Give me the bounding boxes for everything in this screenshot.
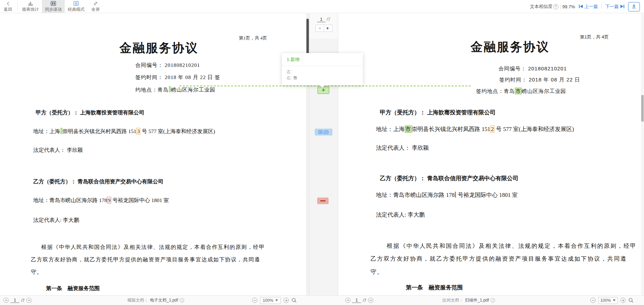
diff-pager: 1 /7	[309, 14, 338, 38]
classic-mode-button[interactable]: 经典模式	[65, 0, 88, 13]
fullscreen-button[interactable]: 全屏	[88, 0, 104, 13]
modified-text-highlight[interactable]: 2	[490, 125, 494, 133]
similarity-value: 99.7%	[562, 4, 575, 9]
right-address-b: 地址：青岛市崂山区海尔路 178 号裕龙国际中心 1801 室	[376, 191, 518, 199]
right-address-b-post: 号裕龙国际中心 1801 室	[456, 192, 518, 198]
right-page-input[interactable]: 1	[352, 298, 361, 303]
modify-icon	[319, 130, 322, 134]
left-page-nav: 1 /7	[3, 296, 32, 305]
left-address-a: 地址：上海崇明县长兴镇北兴村凤西路 1513 号 577 室(上海泰和经济发展区…	[33, 128, 215, 135]
zoom-in-button[interactable]	[620, 298, 626, 303]
next-doc-button[interactable]: 下一篇	[605, 3, 625, 10]
download-button[interactable]	[628, 2, 640, 11]
tooltip-left-label: 左:	[287, 69, 292, 74]
chart-stats-label: 图表统计	[22, 7, 39, 12]
search-icon[interactable]	[628, 298, 634, 303]
right-pane-scrollbar-thumb[interactable]	[641, 95, 644, 122]
prev-doc-label: 上一篇	[584, 3, 598, 10]
next-doc-label: 下一篇	[605, 3, 619, 10]
insert-diff-marker[interactable]: +	[317, 87, 329, 94]
left-paragraph-line3: 守。	[31, 269, 43, 276]
left-party-a: 甲方（受托方）： 上海歆骞投资管理有限公司	[36, 109, 144, 116]
search-icon[interactable]	[292, 298, 297, 303]
page-down-button[interactable]	[368, 298, 373, 303]
toolbar-right-group: 文本相似度 ? : 99.7% 上一篇 下一篇	[530, 0, 640, 13]
skip-next-icon	[620, 4, 625, 9]
diff-connector-line	[179, 86, 471, 86]
zoom-out-button[interactable]	[252, 298, 257, 303]
zoom-level-value: 100%	[600, 298, 611, 303]
left-sign-time: 签约时间： 2018 年 08 月 22 日 签	[135, 74, 220, 81]
modify-count: (2)	[323, 130, 329, 134]
classic-mode-label: 经典模式	[68, 7, 84, 12]
diff-prev-button[interactable]	[315, 25, 324, 32]
bar-chart-icon	[28, 1, 33, 6]
page-up-button[interactable]	[3, 298, 9, 303]
left-legal-rep-b: 法定代表人: 李大鹏	[33, 217, 79, 224]
right-zoom-controls: 100%	[590, 296, 634, 305]
triangle-right-icon	[327, 27, 329, 30]
compare-workspace: 第1页，共 4页 金融服务协议 合同编号： 201808210201 签约时间：…	[0, 14, 644, 295]
diff-tooltip-title: 1.新增	[282, 53, 363, 66]
right-address-a-post: 号 577 室(上海泰和经济发展区)	[494, 126, 574, 132]
insert-point-marker[interactable]	[61, 128, 62, 134]
insert-point-marker[interactable]	[169, 86, 171, 92]
deleted-text-highlight[interactable]: 9	[107, 197, 111, 203]
left-page-input[interactable]: 1	[10, 298, 19, 303]
left-sign-place-post: 崂山区海尔工业园	[171, 87, 215, 93]
modified-text-highlight[interactable]: 3	[136, 128, 141, 134]
compare-doc-name: 扫描件_1.pdf	[465, 297, 489, 303]
page-down-button[interactable]	[26, 298, 32, 303]
sync-scroll-button[interactable]: 同步滚动	[42, 0, 65, 13]
back-button[interactable]: 返回	[0, 0, 16, 13]
prev-doc-button[interactable]: 上一篇	[579, 3, 598, 10]
left-paragraph-line1: 根据《中华人民共和国合同法》及相关法律、法规的规定，本着合作互利的原则，经甲	[41, 244, 265, 251]
zoom-level-select[interactable]: 100%	[598, 297, 618, 304]
left-address-a-post: 号 577 室(上海泰和经济发展区)	[140, 128, 215, 134]
right-paragraph-line2: 乙方双方友好协商，就乙方委托甲方提供的融资资产项目服务事宜达成如下协议，共同遵	[370, 255, 627, 263]
chart-stats-button[interactable]: 图表统计	[19, 0, 42, 13]
status-bar: 1 /7 模版文档： 电子文档_1.pdf i 100% 1 /7	[0, 295, 644, 305]
skip-prev-icon	[579, 4, 583, 9]
diff-next-button[interactable]	[324, 25, 332, 32]
left-zoom-controls: 100%	[252, 296, 297, 305]
left-address-b-pre: 地址：青岛市崂山区海尔路 178	[33, 197, 107, 203]
delete-diff-marker[interactable]	[317, 198, 329, 204]
plus-icon	[622, 299, 625, 302]
right-party-a: 甲方（受托方）： 上海歆骞投资管理有限公司	[380, 109, 495, 116]
right-sign-time: 签约时间： 2018 年 08 月 22 日	[499, 77, 580, 83]
right-pane-scrollbar[interactable]	[641, 14, 644, 295]
chevron-down-icon	[28, 299, 30, 301]
info-icon[interactable]: i	[491, 298, 495, 303]
tooltip-right-value: 市	[293, 76, 297, 80]
similarity-separator: :	[560, 4, 562, 9]
right-legal-rep-b: 法定代表人: 李大鹏	[376, 211, 425, 219]
right-sign-place-post: 崂山区海尔工业园	[522, 88, 566, 94]
help-icon[interactable]: ?	[553, 4, 558, 9]
right-paragraph-line3: 守。	[370, 268, 384, 276]
zoom-level-select[interactable]: 100%	[260, 297, 281, 304]
right-address-a-mid: 崇明县长兴镇北兴村凤西路 151	[412, 126, 490, 132]
inserted-text-highlight[interactable]: 市	[405, 125, 412, 133]
info-icon[interactable]: i	[180, 298, 184, 303]
left-address-a-pre: 地址：上海	[33, 128, 60, 134]
right-page-header: 第1页，共 4页	[580, 34, 609, 40]
left-sign-place: 约地点：青岛崂山区海尔工业园	[135, 86, 215, 93]
template-doc-label: 模版文档：	[127, 297, 148, 303]
chevron-up-icon	[5, 299, 8, 301]
fullscreen-label: 全屏	[91, 7, 100, 12]
diff-page-input[interactable]: 1	[317, 17, 325, 22]
modify-diff-marker[interactable]: (2)	[315, 129, 332, 136]
left-contract-no: 合同编号： 201808210201	[135, 62, 200, 69]
fullscreen-icon	[93, 1, 98, 6]
delete-point-marker[interactable]	[455, 192, 456, 198]
page-up-button[interactable]	[345, 298, 350, 303]
zoom-out-button[interactable]	[590, 298, 596, 303]
diff-tooltip: 1.新增 左: 右: 市	[282, 53, 363, 85]
similarity-readout: 文本相似度 ? : 99.7%	[530, 3, 575, 10]
compare-doc-pane: 第1页，共 4页 金融服务协议 合同编号： 201808210201 签约时间：…	[338, 14, 644, 295]
left-party-b: 乙方（委托方）： 青岛联合信用资产交易中心有限公司	[33, 178, 163, 185]
zoom-in-button[interactable]	[284, 298, 289, 303]
classic-mode-icon	[73, 1, 79, 6]
inserted-text-highlight[interactable]: 市	[515, 88, 522, 94]
